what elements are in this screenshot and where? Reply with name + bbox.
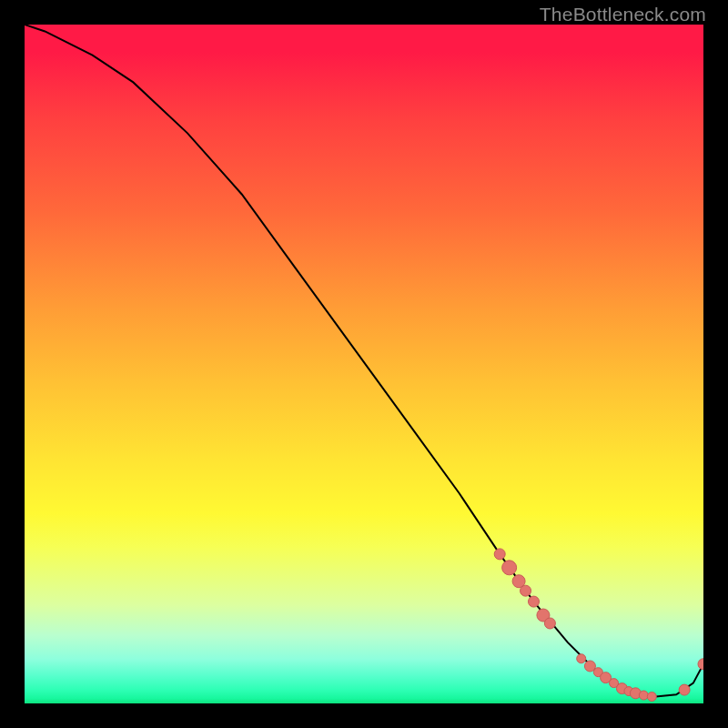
data-point <box>512 575 525 588</box>
data-point <box>529 596 540 607</box>
data-point <box>679 684 690 695</box>
data-point <box>639 691 648 700</box>
curve-layer <box>25 25 703 703</box>
plot-area <box>25 25 703 703</box>
data-point <box>577 654 586 663</box>
data-point <box>521 585 531 596</box>
data-point <box>630 688 641 699</box>
data-point <box>502 561 517 575</box>
data-point <box>593 668 602 677</box>
data-point <box>494 549 505 560</box>
data-point <box>584 661 595 672</box>
data-point <box>544 618 555 629</box>
data-point <box>537 609 550 622</box>
data-point <box>601 672 612 683</box>
data-point <box>647 693 656 702</box>
data-point <box>624 687 633 696</box>
chart-stage: TheBottleneck.com <box>0 0 728 728</box>
markers-group <box>494 549 703 702</box>
data-point <box>698 659 703 670</box>
bottleneck-curve <box>25 25 703 697</box>
data-point <box>616 683 627 694</box>
data-point <box>610 679 619 688</box>
watermark-text: TheBottleneck.com <box>540 4 706 25</box>
marker-layer <box>25 25 703 703</box>
